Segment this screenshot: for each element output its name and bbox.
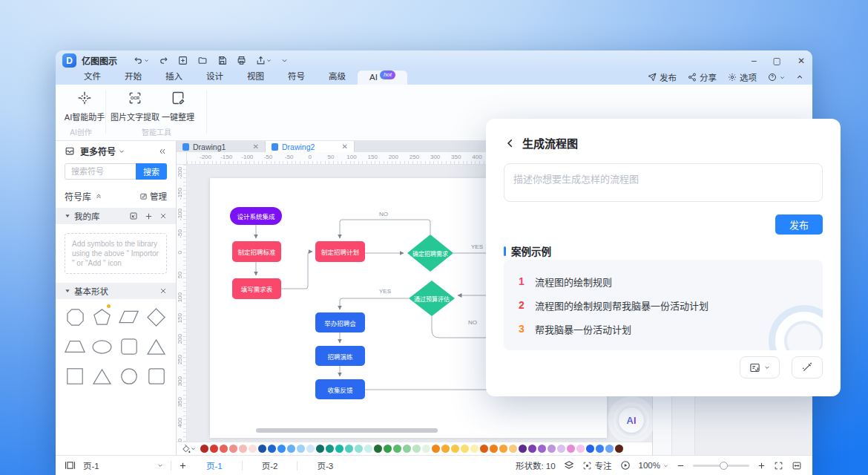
example-item[interactable]: 3 帮我脑暴一份活动计划 <box>519 317 808 341</box>
template-picker-button[interactable] <box>740 356 780 379</box>
shape-rounded-rect[interactable] <box>116 333 143 360</box>
tab-symbols[interactable]: 符号 <box>276 68 317 85</box>
import-icon[interactable] <box>129 212 138 220</box>
palette-color[interactable] <box>249 445 257 453</box>
zoom-level[interactable]: 100% <box>639 461 668 470</box>
shape-triangle-2[interactable] <box>89 363 116 390</box>
palette-color[interactable] <box>490 445 498 453</box>
page-tab-3[interactable]: 页-3 <box>305 459 345 471</box>
palette-color[interactable] <box>519 445 527 453</box>
save-button[interactable] <box>217 56 227 65</box>
palette-color[interactable] <box>287 445 295 453</box>
palette-color[interactable] <box>326 445 334 453</box>
palette-color[interactable] <box>499 445 507 453</box>
fullscreen-icon[interactable] <box>774 461 783 471</box>
customize-toolbar-button[interactable] <box>281 57 288 64</box>
open-button[interactable] <box>197 56 208 65</box>
palette-color[interactable] <box>393 445 401 453</box>
print-button[interactable] <box>237 56 246 65</box>
palette-color[interactable] <box>277 445 286 453</box>
shape-square[interactable] <box>62 363 89 390</box>
collapse-ribbon-button[interactable] <box>796 73 803 81</box>
collapse-sidebar-icon[interactable] <box>158 147 167 156</box>
flow-node[interactable]: 制定招聘标准 <box>232 241 281 262</box>
publish-menu-button[interactable]: 发布 <box>648 71 677 83</box>
focus-mode-button[interactable]: 专注 <box>582 459 612 471</box>
publish-button[interactable]: 发布 <box>775 214 823 235</box>
palette-color[interactable] <box>441 445 450 453</box>
horizontal-scrollbar[interactable] <box>256 428 438 433</box>
add-icon[interactable] <box>145 212 153 220</box>
zoom-slider[interactable] <box>693 465 749 467</box>
flow-node-start[interactable]: 设计系统集成 <box>230 207 282 225</box>
presentation-play-icon[interactable] <box>620 460 631 471</box>
palette-color[interactable] <box>345 445 353 453</box>
search-button[interactable]: 搜索 <box>136 163 167 180</box>
tab-home[interactable]: 开始 <box>113 68 154 85</box>
flow-node[interactable]: 举办招聘会 <box>315 312 365 332</box>
shape-trapezoid[interactable] <box>62 333 89 360</box>
options-menu-button[interactable]: 选项 <box>728 71 757 83</box>
palette-color[interactable] <box>364 445 372 453</box>
palette-color[interactable] <box>268 445 276 453</box>
shape-octagon[interactable] <box>62 304 89 330</box>
doc-tab-drawing2[interactable]: Drawing2 ✕ <box>266 141 355 152</box>
flow-node[interactable]: 收集反馈 <box>315 379 365 399</box>
undo-button[interactable] <box>134 56 149 65</box>
tab-advanced[interactable]: 高级 <box>317 68 358 85</box>
palette-color[interactable] <box>220 445 228 453</box>
close-tab-icon[interactable]: ✕ <box>253 142 259 151</box>
ai-floating-button[interactable]: AI <box>608 396 655 444</box>
more-symbols-label[interactable]: 更多符号 <box>80 145 116 157</box>
close-button[interactable]: ✕ <box>798 56 805 66</box>
palette-color[interactable] <box>586 445 594 453</box>
example-item[interactable]: 1 流程图的绘制规则 <box>519 269 808 293</box>
palette-color[interactable] <box>258 445 266 453</box>
export-button[interactable] <box>256 56 272 65</box>
palette-color[interactable] <box>470 445 479 453</box>
palette-color[interactable] <box>509 445 517 453</box>
tab-file[interactable]: 文件 <box>72 68 113 85</box>
prompt-input[interactable] <box>504 163 823 202</box>
flow-node[interactable]: 填写需求表 <box>232 278 281 299</box>
palette-color[interactable] <box>210 445 218 453</box>
maximize-button[interactable]: ▢ <box>773 56 781 66</box>
palette-color[interactable] <box>335 445 343 453</box>
palette-color[interactable] <box>461 445 469 453</box>
close-tab-icon[interactable]: ✕ <box>342 142 348 151</box>
shape-triangle[interactable] <box>143 333 171 360</box>
palette-color[interactable] <box>200 445 208 453</box>
palette-color[interactable] <box>239 445 247 453</box>
tab-design[interactable]: 设计 <box>194 68 235 85</box>
manage-library-button[interactable]: 管理 <box>150 190 167 202</box>
palette-color[interactable] <box>316 445 324 453</box>
fill-bucket-icon[interactable] <box>181 444 196 453</box>
page-tab-1[interactable]: 页-1 <box>194 459 234 471</box>
fit-width-icon[interactable] <box>792 461 802 471</box>
one-click-tidy-button[interactable]: 一键整理 <box>149 91 207 122</box>
redo-button[interactable] <box>159 56 168 65</box>
help-menu-button[interactable] <box>768 73 785 82</box>
shape-pentagon[interactable] <box>89 304 116 330</box>
palette-color[interactable] <box>384 445 392 453</box>
palette-color[interactable] <box>451 445 459 453</box>
zoom-in-icon[interactable] <box>757 462 766 470</box>
palette-color[interactable] <box>480 445 488 453</box>
palette-color[interactable] <box>548 445 556 453</box>
my-library-section[interactable]: 我的库 <box>56 208 176 224</box>
palette-color[interactable] <box>567 445 575 453</box>
shape-parallelogram[interactable] <box>116 304 143 330</box>
palette-color[interactable] <box>306 445 315 453</box>
shape-rounded-square[interactable] <box>143 363 171 390</box>
example-item[interactable]: 2 流程图的绘制规则帮我脑暴一份活动计划 <box>519 293 808 317</box>
page-selector[interactable]: 页-1 <box>83 459 163 471</box>
doc-tab-drawing1[interactable]: Drawing1 ✕ <box>177 141 266 152</box>
layers-icon[interactable] <box>564 460 574 471</box>
palette-color[interactable] <box>605 445 614 453</box>
tab-view[interactable]: 视图 <box>235 68 276 85</box>
tab-insert[interactable]: 插入 <box>154 68 194 85</box>
close-icon[interactable] <box>160 287 167 295</box>
palette-color[interactable] <box>422 445 430 453</box>
palette-color[interactable] <box>412 445 421 453</box>
zoom-slider-knob[interactable] <box>720 462 728 470</box>
